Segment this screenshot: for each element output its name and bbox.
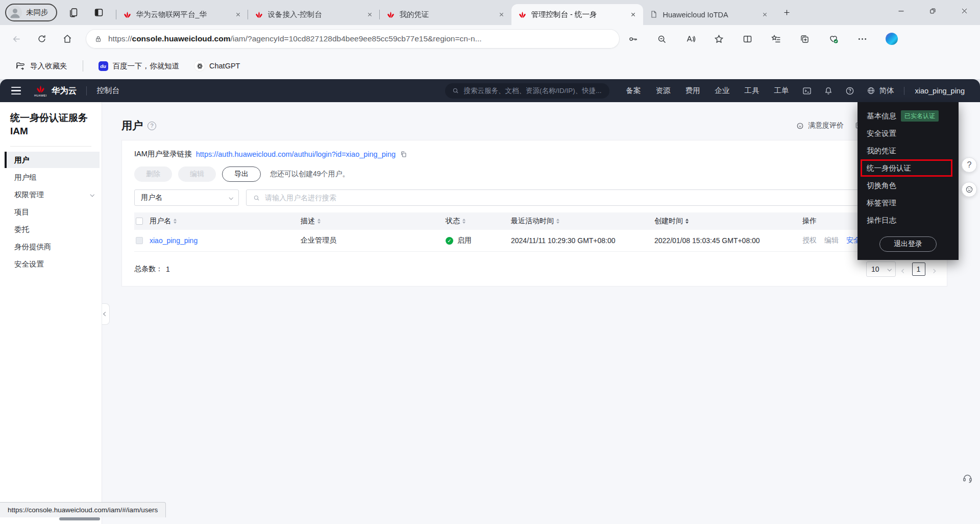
sidebar-item-security-settings[interactable]: 安全设置 — [5, 256, 100, 272]
nav-item-tickets[interactable]: 工单 — [774, 86, 789, 96]
console-link[interactable]: 控制台 — [96, 86, 119, 96]
read-aloud-icon[interactable] — [685, 34, 696, 44]
profile-button[interactable]: 未同步 — [5, 4, 57, 21]
username-search-box[interactable] — [246, 189, 935, 206]
horizontal-scrollbar-thumb[interactable] — [59, 517, 100, 520]
tab-close-icon[interactable] — [496, 9, 507, 20]
workspaces-icon[interactable] — [64, 4, 83, 22]
lock-icon[interactable] — [94, 35, 103, 43]
address-bar[interactable]: https://console.huaweicloud.com/iam/?age… — [86, 29, 620, 49]
tab-my-credentials[interactable]: 我的凭证 — [380, 4, 511, 25]
favorite-star-icon[interactable] — [714, 34, 724, 44]
hamburger-menu-icon[interactable] — [11, 87, 21, 94]
current-page-button[interactable]: 1 — [912, 263, 925, 276]
select-all-checkbox[interactable] — [136, 218, 143, 225]
brand-name[interactable]: 华为云 — [52, 85, 77, 97]
sidebar-item-permissions[interactable]: 权限管理 — [5, 186, 100, 203]
tab-iot-platform[interactable]: 华为云物联网平台_华 — [116, 4, 248, 25]
home-icon[interactable] — [58, 30, 77, 48]
export-button[interactable]: 导出 — [222, 166, 261, 182]
tab-title: 管理控制台 - 统一身 — [531, 10, 623, 19]
login-link-url[interactable]: https://auth.huaweicloud.com/authui/logi… — [196, 150, 396, 158]
nav-item-resources[interactable]: 资源 — [655, 86, 670, 96]
tab-console-iam[interactable]: 管理控制台 - 统一身 — [511, 4, 643, 25]
sidebar-item-identity-providers[interactable]: 身份提供商 — [5, 239, 100, 255]
notifications-bell-icon[interactable] — [823, 86, 834, 96]
bookmark-import-favorites[interactable]: 导入收藏夹 — [15, 61, 67, 71]
delete-button[interactable]: 删除 — [134, 166, 172, 182]
next-page-button[interactable] — [932, 265, 935, 274]
help-icon[interactable] — [845, 86, 855, 96]
language-switcher[interactable]: 简体 — [866, 86, 894, 96]
sidebar-item-agencies[interactable]: 委托 — [5, 221, 100, 237]
sort-icon[interactable] — [174, 219, 177, 224]
console-search-input[interactable]: 搜索云服务、文档、资源(名称/ID/IP)、快捷... — [445, 83, 609, 99]
sidebar-collapse-handle[interactable] — [102, 303, 110, 325]
page-size-select[interactable]: 10 — [866, 261, 896, 277]
support-headset-icon[interactable] — [962, 472, 973, 484]
split-screen-icon[interactable] — [742, 34, 753, 44]
profile-label: 未同步 — [26, 8, 48, 17]
minimize-button[interactable] — [885, 0, 917, 21]
avatar — [8, 6, 22, 19]
nav-item-tools[interactable]: 工具 — [744, 86, 759, 96]
prev-page-button[interactable] — [902, 265, 905, 274]
sidebar-item-user-groups[interactable]: 用户组 — [5, 169, 100, 185]
tab-iotda-doc[interactable]: Huaweicloud IoTDA — [643, 4, 775, 25]
menu-item-security-settings[interactable]: 安全设置 — [857, 125, 959, 142]
menu-item-basic-info[interactable]: 基本信息 已实名认证 — [857, 107, 959, 125]
nav-item-beian[interactable]: 备案 — [626, 86, 641, 96]
nav-item-enterprise[interactable]: 企业 — [715, 86, 729, 96]
bookmark-chatgpt[interactable]: ChatGPT — [194, 61, 240, 71]
copilot-icon[interactable] — [886, 33, 898, 45]
huawei-logo[interactable]: HUAWEI — [34, 84, 47, 98]
cloud-shell-icon[interactable] — [802, 86, 812, 96]
collections-icon[interactable] — [799, 34, 810, 44]
authorize-action[interactable]: 授权 — [802, 236, 817, 245]
nav-item-billing[interactable]: 费用 — [685, 86, 700, 96]
tab-device-access[interactable]: 设备接入-控制台 — [248, 4, 380, 25]
tab-close-icon[interactable] — [364, 9, 376, 20]
sort-icon[interactable] — [685, 219, 689, 224]
restore-button[interactable] — [917, 0, 948, 21]
vertical-tabs-icon[interactable] — [90, 4, 108, 22]
username-link[interactable]: xiao_ping_ping — [150, 236, 198, 245]
row-checkbox[interactable] — [136, 237, 143, 244]
filter-field-select[interactable]: 用户名 — [134, 189, 239, 206]
favorites-list-icon[interactable] — [771, 34, 781, 44]
refresh-icon[interactable] — [33, 30, 51, 48]
logout-button[interactable]: 退出登录 — [879, 236, 937, 252]
sidebar-item-users[interactable]: 用户 — [5, 152, 100, 168]
satisfaction-survey-button[interactable]: 满意度评价 — [796, 121, 863, 130]
edit-action[interactable]: 编辑 — [824, 236, 839, 245]
new-tab-button[interactable] — [779, 5, 795, 21]
copy-icon[interactable] — [400, 150, 408, 158]
menu-item-switch-role[interactable]: 切换角色 — [857, 177, 959, 194]
more-options-icon[interactable] — [857, 34, 868, 44]
col-description: 描述 — [301, 217, 315, 226]
page-help-icon[interactable]: ? — [148, 122, 156, 130]
sidebar-item-projects[interactable]: 项目 — [5, 204, 100, 220]
zoom-out-icon[interactable] — [656, 34, 667, 44]
menu-item-tag-management[interactable]: 标签管理 — [857, 194, 959, 211]
sort-icon[interactable] — [462, 219, 465, 224]
close-button[interactable] — [948, 0, 980, 21]
username-search-input[interactable] — [265, 194, 928, 202]
account-username[interactable]: xiao_ping_ping — [915, 87, 965, 95]
menu-item-my-credentials[interactable]: 我的凭证 — [857, 142, 959, 159]
edit-button[interactable]: 编辑 — [178, 166, 216, 182]
sort-icon[interactable] — [556, 219, 559, 224]
back-icon[interactable] — [7, 30, 26, 48]
floating-help-button[interactable]: ? — [962, 157, 977, 173]
tab-close-icon[interactable] — [760, 9, 771, 20]
floating-feedback-button[interactable] — [962, 182, 977, 197]
bookmark-baidu[interactable]: du 百度一下，你就知道 — [99, 61, 180, 71]
menu-item-iam-highlighted[interactable]: 统一身份认证 — [861, 159, 952, 177]
sort-icon[interactable] — [317, 219, 321, 224]
baidu-icon: du — [99, 61, 108, 71]
browser-essentials-icon[interactable] — [828, 33, 839, 44]
menu-item-operation-log[interactable]: 操作日志 — [857, 211, 959, 229]
password-key-icon[interactable] — [628, 34, 639, 44]
tab-close-icon[interactable] — [233, 9, 244, 20]
tab-close-icon[interactable] — [628, 9, 639, 20]
